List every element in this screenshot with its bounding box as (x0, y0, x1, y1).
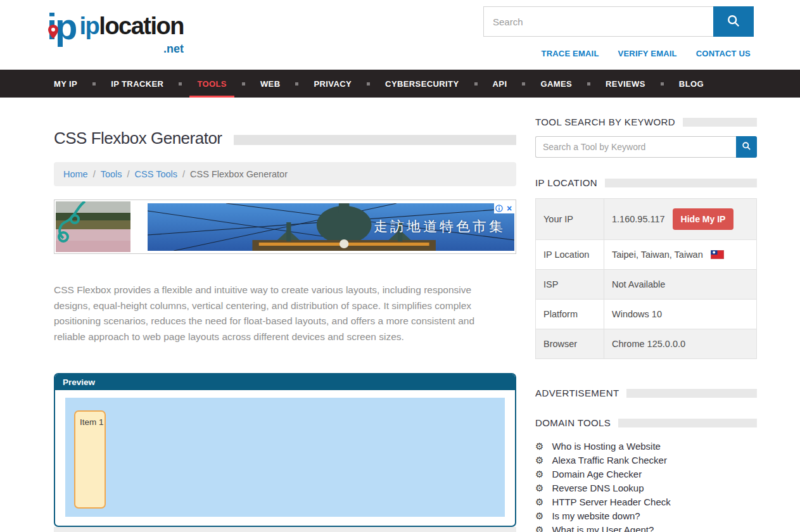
heading-decorative-bar (683, 118, 757, 127)
gear-icon: ⚙ (535, 469, 543, 479)
row-value-cell: Not Available (604, 270, 757, 300)
nav-item-games[interactable]: GAMES (533, 70, 580, 98)
tool-link-reverse-dns[interactable]: Reverse DNS Lookup (552, 483, 644, 493)
header-links: TRACE EMAIL VERIFY EMAIL CONTACT US (542, 49, 751, 58)
row-label: Your IP (536, 199, 604, 240)
flex-preview-item[interactable]: Item 1 (74, 410, 106, 509)
ad-banner[interactable]: 走訪地道特色市集 × (54, 200, 516, 254)
list-item[interactable]: ⚙ Who is Hosting a Website (535, 439, 757, 453)
logo-mark: ip (47, 4, 76, 49)
tool-search-input[interactable] (535, 136, 736, 158)
tool-link-hosting[interactable]: Who is Hosting a Website (552, 441, 660, 452)
domain-tools-heading: DOMAIN TOOLS (535, 417, 757, 428)
content-column: CSS Flexbox Generator Home / Tools / CSS… (54, 98, 516, 532)
tool-link-user-agent[interactable]: What is my User Agent? (552, 524, 654, 532)
row-label: ISP (536, 270, 604, 300)
title-decorative-bar (234, 135, 516, 145)
verify-email-link[interactable]: VERIFY EMAIL (618, 49, 677, 58)
nav-item-cybersecurity[interactable]: CYBERSECURITY (378, 70, 466, 98)
ad-image-landscape[interactable] (56, 201, 130, 252)
ip-location-value: Taipei, Taiwan, Taiwan (612, 250, 703, 260)
list-item[interactable]: ⚙ Is my website down? (535, 509, 757, 522)
ip-location-table: Your IP 1.160.95.117 Hide My IP IP Locat… (535, 198, 757, 359)
breadcrumb-home[interactable]: Home (63, 169, 88, 179)
ad-choice-icons: × (494, 203, 514, 213)
gear-icon: ⚙ (535, 525, 543, 532)
nav-item-reviews[interactable]: REVIEWS (598, 70, 653, 98)
breadcrumb-separator: / (182, 169, 185, 179)
tool-link-domain-age[interactable]: Domain Age Checker (552, 469, 642, 479)
breadcrumb-separator: / (127, 169, 130, 179)
list-item[interactable]: ⚙ Domain Age Checker (535, 467, 757, 481)
nav-item-api[interactable]: API (485, 70, 515, 98)
tool-description: CSS Flexbox provides a flexible and intu… (54, 282, 502, 345)
ip-location-heading: IP LOCATION (535, 177, 757, 188)
nav-separator (179, 82, 182, 86)
domain-tools-list: ⚙ Who is Hosting a Website ⚙ Alexa Traff… (535, 439, 757, 532)
nav-item-ip-tracker[interactable]: IP TRACKER (103, 70, 171, 98)
tool-search-button[interactable] (736, 136, 757, 158)
taiwan-flag-icon (711, 250, 724, 259)
advertisement-heading: ADVERTISEMENT (535, 388, 757, 398)
preview-panel-header: Preview (55, 374, 515, 390)
table-row: IP Location Taipei, Taiwan, Taiwan (536, 240, 757, 270)
ad-image-building[interactable]: 走訪地道特色市集 × (148, 203, 514, 251)
nav-separator (587, 82, 590, 86)
trace-email-link[interactable]: TRACE EMAIL (542, 49, 599, 58)
nav-separator (661, 82, 664, 86)
nav-item-my-ip[interactable]: MY IP (46, 70, 85, 98)
list-item[interactable]: ⚙ Alexa Traffic Rank Checker (535, 453, 757, 467)
list-item[interactable]: ⚙ Reverse DNS Lookup (535, 481, 757, 495)
table-row: ISP Not Available (536, 270, 757, 300)
gear-icon: ⚙ (535, 497, 543, 507)
nav-item-blog[interactable]: BLOG (671, 70, 711, 98)
tool-search-form (535, 136, 757, 158)
nav-separator (92, 82, 96, 86)
table-row: Platform Windows 10 (536, 300, 757, 329)
tool-link-alexa-rank[interactable]: Alexa Traffic Rank Checker (552, 455, 666, 466)
nav-separator (474, 82, 478, 86)
logo-wordmark: iplocation .net (80, 14, 184, 38)
gear-icon: ⚙ (535, 455, 543, 465)
search-icon (727, 14, 740, 30)
flex-preview-container: Item 1 (65, 398, 505, 517)
nav-separator (367, 82, 370, 86)
sidebar: TOOL SEARCH BY KEYWORD IP LOCATION Your … (535, 98, 757, 532)
breadcrumb-tools[interactable]: Tools (101, 169, 122, 179)
breadcrumb-current: CSS Flexbox Generator (190, 169, 288, 179)
hide-my-ip-button[interactable]: Hide My IP (673, 208, 734, 230)
nav-item-privacy[interactable]: PRIVACY (306, 70, 359, 98)
ad-info-icon[interactable] (494, 203, 504, 213)
nav-item-tools[interactable]: TOOLS (189, 70, 234, 98)
ad-close-icon[interactable]: × (504, 203, 514, 213)
list-item[interactable]: ⚙ HTTP Server Header Check (535, 495, 757, 509)
gear-icon: ⚙ (535, 511, 543, 521)
nav-separator (242, 82, 245, 86)
preview-panel: Preview Item 1 (54, 373, 516, 527)
nav-separator (295, 82, 298, 86)
tool-search-heading: TOOL SEARCH BY KEYWORD (535, 117, 757, 127)
site-logo[interactable]: ip iplocation .net (47, 4, 184, 49)
heading-decorative-bar (626, 389, 757, 398)
preview-panel-body: Item 1 (55, 390, 515, 526)
gear-icon: ⚙ (535, 441, 543, 451)
search-button[interactable] (713, 6, 754, 37)
row-value-cell: Taipei, Taiwan, Taiwan (604, 240, 757, 270)
breadcrumb-separator: / (93, 169, 96, 179)
heading-decorative-bar (618, 419, 757, 428)
search-input[interactable] (483, 6, 713, 37)
heading-decorative-bar (605, 179, 757, 187)
row-value-cell: Windows 10 (604, 300, 757, 329)
table-row: Browser Chrome 125.0.0.0 (536, 329, 757, 359)
tool-link-website-down[interactable]: Is my website down? (552, 510, 640, 521)
tool-link-http-header[interactable]: HTTP Server Header Check (552, 497, 670, 507)
list-item[interactable]: ⚙ What is my User Agent? (535, 522, 757, 532)
site-header: ip iplocation .net TRACE EMAIL VERIFY EM… (0, 0, 800, 70)
page-title: CSS Flexbox Generator (54, 129, 222, 148)
contact-us-link[interactable]: CONTACT US (696, 49, 751, 58)
nav-item-web[interactable]: WEB (253, 70, 288, 98)
gear-icon: ⚙ (535, 483, 543, 493)
breadcrumb-css-tools[interactable]: CSS Tools (135, 169, 177, 179)
page-title-row: CSS Flexbox Generator (54, 129, 516, 148)
breadcrumb: Home / Tools / CSS Tools / CSS Flexbox G… (54, 162, 516, 186)
